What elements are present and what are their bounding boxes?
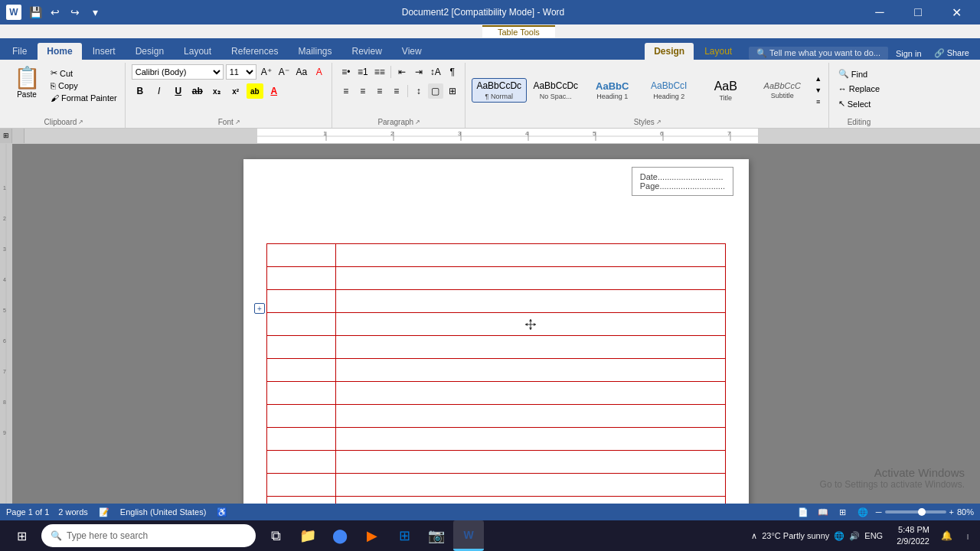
font-dialog-launcher[interactable]: ↗	[235, 119, 240, 126]
clipboard-dialog-launcher[interactable]: ↗	[78, 119, 83, 126]
style-subtitle[interactable]: AaBbCcC Subtitle	[755, 79, 810, 102]
minimize-button[interactable]: ─	[862, 0, 897, 24]
table-cell[interactable]	[267, 313, 336, 336]
replace-button[interactable]: ↔ Replace	[835, 83, 883, 95]
underline-button[interactable]: U	[170, 83, 187, 99]
table-cell[interactable]	[267, 474, 336, 497]
share-button[interactable]: 🔗 Share	[929, 47, 974, 60]
table-cell[interactable]	[267, 382, 336, 405]
table-cell[interactable]	[267, 451, 336, 474]
tab-review[interactable]: Review	[342, 43, 390, 60]
superscript-button[interactable]: x²	[227, 83, 244, 99]
table-cell[interactable]	[336, 336, 726, 359]
table-cell[interactable]	[267, 497, 336, 504]
print-layout-button[interactable]: ⊞	[836, 505, 850, 519]
document-table[interactable]	[266, 243, 726, 504]
align-left-button[interactable]: ≡	[338, 83, 354, 99]
start-button[interactable]: ⊞	[3, 520, 40, 551]
quick-access-more-button[interactable]: ▾	[86, 3, 104, 21]
show-desktop-button[interactable]: |	[959, 520, 977, 551]
sign-in-button[interactable]: Sign in	[891, 47, 926, 60]
align-center-button[interactable]: ≡	[355, 83, 371, 99]
table-cell[interactable]	[267, 359, 336, 382]
bold-button[interactable]: B	[132, 83, 149, 99]
tab-file[interactable]: File	[3, 43, 36, 60]
proofing-icon[interactable]: 📝	[97, 505, 111, 519]
taskbar-chrome[interactable]: ⬤	[325, 520, 355, 551]
find-button[interactable]: 🔍 Find	[835, 67, 883, 80]
decrease-indent-button[interactable]: ⇤	[394, 64, 410, 80]
styles-expand[interactable]: ≡	[813, 96, 824, 107]
language-indicator[interactable]: ENG	[864, 531, 883, 540]
table-cell[interactable]	[267, 244, 336, 267]
paragraph-dialog-launcher[interactable]: ↗	[415, 119, 420, 126]
align-right-button[interactable]: ≡	[372, 83, 387, 99]
subscript-button[interactable]: x₂	[208, 83, 225, 99]
taskbar-file-manager[interactable]: 📁	[292, 520, 323, 551]
table-cell[interactable]	[336, 405, 726, 428]
close-button[interactable]: ✕	[939, 0, 974, 24]
zoom-thumb[interactable]	[918, 508, 926, 516]
cut-button[interactable]: ✂ Cut	[47, 67, 120, 79]
tab-design[interactable]: Design	[126, 43, 173, 60]
line-spacing-button[interactable]: ↕	[411, 83, 426, 99]
taskbar-search[interactable]: 🔍 Type here to search	[41, 524, 256, 547]
table-cell[interactable]	[267, 267, 336, 290]
styles-dialog-launcher[interactable]: ↗	[656, 119, 662, 126]
grow-font-button[interactable]: A⁺	[259, 64, 274, 80]
tab-mailings[interactable]: Mailings	[289, 43, 341, 60]
multilevel-list-button[interactable]: ≡≡	[372, 64, 387, 80]
read-view-button[interactable]: 📖	[816, 505, 830, 519]
shading-button[interactable]: ▢	[428, 83, 443, 99]
table-cell[interactable]	[267, 290, 336, 313]
taskbar-app2[interactable]: ⊞	[389, 520, 420, 551]
zoom-in-button[interactable]: +	[949, 507, 954, 517]
redo-button[interactable]: ↪	[66, 3, 84, 21]
tab-home[interactable]: Home	[38, 43, 81, 60]
format-painter-button[interactable]: 🖌 Format Painter	[47, 93, 120, 103]
accessibility-icon[interactable]: ♿	[215, 505, 229, 519]
zoom-out-button[interactable]: ─	[876, 507, 882, 517]
strikethrough-button[interactable]: ab	[189, 83, 206, 99]
copy-button[interactable]: ⎘ Copy	[47, 80, 120, 91]
notes-view-button[interactable]: 📄	[796, 505, 810, 519]
borders-button[interactable]: ⊞	[445, 83, 460, 99]
maximize-button[interactable]: □	[900, 0, 936, 24]
network-icon[interactable]: 🌐	[834, 531, 844, 541]
tab-view[interactable]: View	[393, 43, 431, 60]
tray-expand[interactable]: ∧	[751, 531, 757, 541]
save-button[interactable]: 💾	[26, 3, 44, 21]
taskbar-app1[interactable]: ▶	[357, 520, 387, 551]
table-cell[interactable]	[267, 336, 336, 359]
justify-button[interactable]: ≡	[389, 83, 404, 99]
tab-references[interactable]: References	[222, 43, 287, 60]
select-button[interactable]: ↖ Select	[835, 97, 883, 110]
font-color-button[interactable]: A	[266, 83, 283, 99]
font-size-select[interactable]: 11	[226, 64, 256, 80]
clock[interactable]: 5:48 PM 2/9/2022	[892, 524, 934, 548]
volume-icon[interactable]: 🔊	[849, 531, 860, 541]
paste-button[interactable]: 📋 Paste	[8, 64, 46, 102]
styles-scroll-up[interactable]: ▲	[813, 73, 824, 84]
tab-table-layout[interactable]: Layout	[695, 43, 741, 60]
table-cell[interactable]	[336, 428, 726, 451]
table-cell[interactable]	[336, 451, 726, 474]
table-cell[interactable]	[336, 267, 726, 290]
zoom-slider[interactable]	[885, 510, 946, 514]
table-cell[interactable]	[336, 359, 726, 382]
sort-button[interactable]: ↕A	[428, 64, 443, 80]
taskbar-app3[interactable]: 📷	[421, 520, 452, 551]
add-row-button[interactable]: +	[254, 303, 265, 314]
numbered-list-button[interactable]: ≡1	[355, 64, 371, 80]
table-cell[interactable]	[267, 405, 336, 428]
tell-me-input[interactable]: 🔍 Tell me what you want to do...	[749, 47, 888, 60]
web-view-button[interactable]: 🌐	[856, 505, 870, 519]
ruler-corner[interactable]: ⊞	[0, 129, 12, 144]
table-cell[interactable]	[336, 313, 726, 336]
undo-button[interactable]: ↩	[46, 3, 64, 21]
document-scroll-area[interactable]: + Date............................ Page.…	[12, 144, 980, 504]
table-cell[interactable]	[336, 244, 726, 267]
text-highlight-button[interactable]: ab	[247, 83, 263, 99]
tab-layout[interactable]: Layout	[175, 43, 220, 60]
shrink-font-button[interactable]: A⁻	[276, 64, 292, 80]
